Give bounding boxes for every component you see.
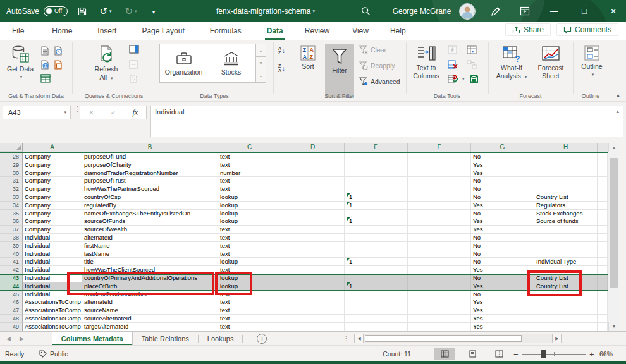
text-to-columns-button[interactable]: Text toColumns bbox=[410, 44, 443, 81]
cell-I44[interactable] bbox=[598, 282, 608, 291]
filter-button[interactable]: Filter bbox=[325, 44, 354, 98]
cell-E41[interactable]: 1 bbox=[345, 258, 408, 266]
cell-H37[interactable] bbox=[534, 226, 598, 234]
cell-E32[interactable] bbox=[345, 185, 408, 193]
cell-H38[interactable] bbox=[534, 234, 598, 242]
tab-scroll-separator[interactable]: ⋮ bbox=[343, 337, 349, 340]
relationships-icon[interactable] bbox=[467, 60, 477, 69]
cell-D47[interactable] bbox=[281, 306, 345, 315]
tab-review[interactable]: Review bbox=[297, 22, 338, 40]
cell-D39[interactable] bbox=[281, 242, 345, 250]
column-header-h[interactable]: H bbox=[534, 143, 598, 152]
cell-C36[interactable]: lookup bbox=[218, 217, 281, 226]
cell-G45[interactable]: No bbox=[471, 291, 534, 299]
row-header-45[interactable]: 45 bbox=[0, 291, 23, 299]
cell-E36[interactable]: 1 bbox=[345, 217, 408, 226]
cell-D32[interactable] bbox=[281, 185, 345, 193]
cell-E40[interactable] bbox=[345, 250, 408, 258]
column-header-f[interactable]: F bbox=[408, 143, 471, 152]
cell-C40[interactable]: text bbox=[218, 250, 281, 258]
cell-C48[interactable]: text bbox=[218, 315, 281, 323]
cell-C30[interactable]: number bbox=[218, 169, 281, 178]
tab-view[interactable]: View bbox=[344, 22, 377, 40]
cell-C32[interactable]: text bbox=[218, 185, 281, 193]
cell-G40[interactable]: No bbox=[471, 250, 534, 258]
column-header-b[interactable]: B bbox=[82, 143, 218, 152]
user-name[interactable]: George McGrane bbox=[387, 0, 457, 22]
cell-I41[interactable] bbox=[598, 258, 608, 266]
redo-button[interactable]: ↻▾ bbox=[121, 0, 140, 22]
formula-input[interactable]: Individual ▴ bbox=[150, 106, 623, 137]
cell-E45[interactable] bbox=[345, 291, 408, 299]
share-button[interactable]: Share bbox=[505, 23, 551, 36]
cell-D43[interactable] bbox=[281, 274, 345, 282]
confirm-entry-icon[interactable]: ✓ bbox=[111, 109, 116, 117]
forecast-sheet-button[interactable]: ForecastSheet bbox=[532, 44, 569, 81]
sort-ascending-button[interactable]: AZ↓ bbox=[278, 46, 285, 55]
cell-B38[interactable]: alternateId bbox=[82, 234, 218, 242]
page-break-preview-button[interactable] bbox=[488, 348, 510, 360]
cell-H49[interactable] bbox=[534, 323, 598, 331]
cell-D36[interactable] bbox=[281, 217, 345, 226]
cell-B48[interactable]: sourceAlternateId bbox=[82, 315, 218, 323]
cell-D30[interactable] bbox=[281, 169, 345, 178]
cell-G38[interactable]: No bbox=[471, 234, 534, 242]
cell-F30[interactable] bbox=[408, 169, 471, 178]
data-type-stocks[interactable]: Stocks bbox=[207, 44, 255, 82]
maximize-button[interactable]: □ bbox=[573, 0, 596, 22]
page-layout-view-button[interactable] bbox=[462, 348, 483, 360]
cell-E35[interactable] bbox=[345, 210, 408, 218]
cell-F32[interactable] bbox=[408, 185, 471, 193]
cell-B49[interactable]: targetAlternateId bbox=[82, 323, 218, 331]
cell-A49[interactable]: AssociationsToComp bbox=[23, 323, 82, 331]
cell-I49[interactable] bbox=[598, 323, 608, 331]
cell-E28[interactable] bbox=[345, 153, 408, 161]
cell-I34[interactable] bbox=[598, 202, 608, 210]
tab-file[interactable]: File bbox=[4, 22, 32, 40]
scroll-up-icon[interactable]: ▲ bbox=[608, 143, 620, 152]
vertical-scrollbar-thumb[interactable] bbox=[610, 158, 618, 288]
workbook-title[interactable]: fenx-data-migration-schema▾ bbox=[209, 0, 322, 22]
zoom-out-button[interactable]: − bbox=[513, 346, 519, 362]
cell-I48[interactable] bbox=[598, 315, 608, 323]
cell-F31[interactable] bbox=[408, 177, 471, 185]
cell-F37[interactable] bbox=[408, 226, 471, 234]
row-header-46[interactable]: 46 bbox=[0, 298, 23, 306]
tab-insert[interactable]: Insert bbox=[89, 22, 125, 40]
get-data-button[interactable]: Get Data ▾ bbox=[4, 44, 37, 81]
cell-A32[interactable]: Company bbox=[23, 185, 82, 193]
name-box[interactable]: A43 ▾ bbox=[3, 106, 71, 119]
cell-B34[interactable]: regulatedBy bbox=[82, 202, 218, 210]
cell-I46[interactable] bbox=[598, 298, 608, 306]
cell-B36[interactable]: sourceOfFunds bbox=[82, 217, 218, 226]
cell-A30[interactable]: Company bbox=[23, 169, 82, 178]
cell-E47[interactable] bbox=[345, 306, 408, 315]
cell-F46[interactable] bbox=[408, 298, 471, 306]
row-header-35[interactable]: 35 bbox=[0, 210, 23, 218]
cell-I33[interactable] bbox=[598, 193, 608, 202]
cell-G30[interactable]: Yes bbox=[471, 169, 534, 178]
tab-data[interactable]: Data bbox=[259, 22, 292, 40]
cell-D37[interactable] bbox=[281, 226, 345, 234]
cell-I38[interactable] bbox=[598, 234, 608, 242]
column-header-c[interactable]: C bbox=[218, 143, 281, 152]
cell-G41[interactable]: No bbox=[471, 258, 534, 266]
cell-D48[interactable] bbox=[281, 315, 345, 323]
row-header-48[interactable]: 48 bbox=[0, 315, 23, 323]
cell-C34[interactable]: lookup bbox=[218, 202, 281, 210]
cell-G28[interactable]: No bbox=[471, 153, 534, 161]
cell-I28[interactable] bbox=[598, 153, 608, 161]
from-table-range-icon[interactable] bbox=[40, 74, 51, 83]
search-button[interactable] bbox=[358, 0, 373, 22]
cell-H28[interactable] bbox=[534, 153, 598, 161]
row-header-30[interactable]: 30 bbox=[0, 169, 23, 178]
zoom-in-button[interactable]: + bbox=[589, 346, 594, 362]
autosave-toggle[interactable]: Off bbox=[44, 6, 68, 16]
cell-F41[interactable] bbox=[408, 258, 471, 266]
cell-E30[interactable] bbox=[345, 169, 408, 178]
cell-H34[interactable]: Regulators bbox=[534, 202, 598, 210]
column-header-partial[interactable] bbox=[598, 143, 608, 152]
cell-I40[interactable] bbox=[598, 250, 608, 258]
cell-C49[interactable]: text bbox=[218, 323, 281, 331]
cell-E34[interactable]: 1 bbox=[345, 202, 408, 210]
